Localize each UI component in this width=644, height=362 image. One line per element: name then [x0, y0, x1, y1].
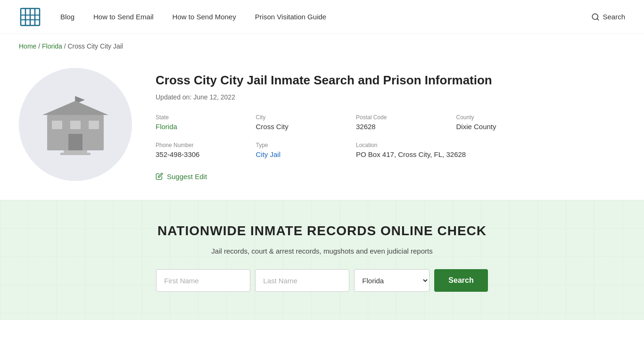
first-name-input[interactable]	[156, 269, 250, 292]
facility-title: Cross City City Jail Inmate Search and P…	[156, 73, 547, 89]
header-search[interactable]: Search	[591, 13, 625, 21]
svg-rect-14	[70, 121, 81, 129]
postal-label: Postal Code	[356, 114, 447, 121]
site-logo[interactable]	[19, 6, 41, 28]
phone-cell: Phone Number 352-498-3306	[156, 142, 247, 158]
search-button[interactable]: Search	[434, 269, 487, 292]
type-value[interactable]: City Jail	[256, 150, 347, 158]
updated-on: Updated on: June 12, 2022	[156, 93, 547, 101]
main-content: Cross City City Jail Inmate Search and P…	[0, 58, 566, 200]
state-select[interactable]: AlabamaAlaskaArizonaArkansasCaliforniaCo…	[354, 269, 429, 292]
records-section: NATIONWIDE INMATE RECORDS ONLINE CHECK J…	[0, 200, 644, 320]
svg-line-7	[597, 18, 599, 20]
svg-rect-13	[52, 121, 62, 129]
inmate-search-form: AlabamaAlaskaArizonaArkansasCaliforniaCo…	[19, 269, 625, 292]
county-cell: County Dixie County	[456, 114, 547, 131]
postal-value: 32628	[356, 123, 447, 131]
county-value: Dixie County	[456, 123, 547, 131]
breadcrumb-sep2: /	[64, 42, 68, 50]
breadcrumb-state[interactable]: Florida	[42, 42, 62, 50]
search-icon	[591, 13, 600, 21]
svg-rect-17	[60, 153, 91, 155]
city-cell: City Cross City	[256, 114, 347, 131]
state-cell: State Florida	[156, 114, 247, 131]
nav-send-money[interactable]: How to Send Money	[173, 13, 236, 21]
postal-cell: Postal Code 32628	[356, 114, 447, 131]
type-label: Type	[256, 142, 347, 148]
records-subtitle: Jail records, court & arrest records, mu…	[19, 247, 625, 255]
svg-rect-15	[89, 121, 99, 129]
breadcrumb-sep1: /	[38, 42, 42, 50]
state-value[interactable]: Florida	[156, 123, 247, 131]
city-label: City	[256, 114, 347, 121]
last-name-input[interactable]	[255, 269, 349, 292]
svg-rect-12	[68, 134, 83, 150]
location-label: Location	[356, 142, 547, 148]
search-label: Search	[603, 13, 625, 21]
info-grid: State Florida City Cross City Postal Cod…	[156, 114, 547, 158]
breadcrumb: Home / Florida / Cross City City Jail	[0, 34, 644, 58]
location-cell: Location PO Box 417, Cross City, FL, 326…	[356, 142, 547, 158]
facility-image	[19, 68, 132, 181]
phone-value: 352-498-3306	[156, 150, 247, 158]
svg-rect-16	[64, 150, 87, 153]
county-label: County	[456, 114, 547, 121]
location-value: PO Box 417, Cross City, FL, 32628	[356, 150, 547, 158]
svg-marker-11	[42, 101, 108, 115]
nav-visitation[interactable]: Prison Visitation Guide	[255, 13, 326, 21]
state-label: State	[156, 114, 247, 121]
phone-label: Phone Number	[156, 142, 247, 148]
nav-send-email[interactable]: How to Send Email	[93, 13, 154, 21]
main-nav: Blog How to Send Email How to Send Money…	[60, 13, 591, 21]
type-cell: Type City Jail	[256, 142, 347, 158]
records-title: NATIONWIDE INMATE RECORDS ONLINE CHECK	[19, 223, 625, 239]
breadcrumb-home[interactable]: Home	[19, 42, 36, 50]
pencil-icon	[156, 173, 163, 180]
suggest-edit-label: Suggest Edit	[167, 173, 207, 181]
breadcrumb-facility: Cross City City Jail	[68, 42, 123, 50]
nav-blog[interactable]: Blog	[60, 13, 74, 21]
suggest-edit-button[interactable]: Suggest Edit	[156, 173, 547, 181]
info-panel: Cross City City Jail Inmate Search and P…	[156, 68, 547, 181]
city-value: Cross City	[256, 123, 347, 131]
